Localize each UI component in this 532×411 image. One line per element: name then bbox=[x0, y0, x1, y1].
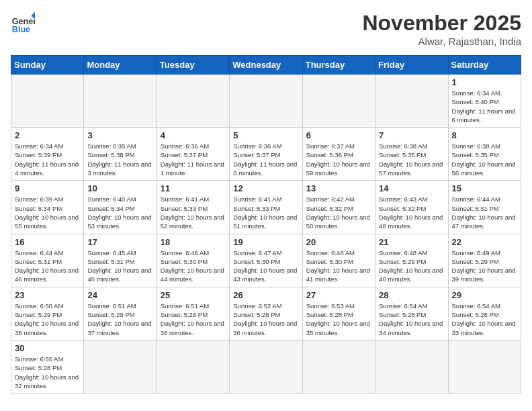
day-info: Sunrise: 6:45 AMSunset: 5:31 PMDaylight:… bbox=[87, 248, 152, 284]
calendar-week-row: 16Sunrise: 6:44 AMSunset: 5:31 PMDayligh… bbox=[11, 234, 521, 287]
day-info: Sunrise: 6:48 AMSunset: 5:29 PMDaylight:… bbox=[379, 248, 444, 284]
calendar-cell: 9Sunrise: 6:39 AMSunset: 5:34 PMDaylight… bbox=[11, 181, 84, 234]
calendar-cell: 20Sunrise: 6:48 AMSunset: 5:30 PMDayligh… bbox=[302, 234, 375, 287]
col-header-thursday: Thursday bbox=[302, 56, 375, 75]
day-number: 5 bbox=[233, 130, 298, 140]
day-info: Sunrise: 6:47 AMSunset: 5:30 PMDaylight:… bbox=[233, 248, 298, 284]
calendar-cell: 2Sunrise: 6:34 AMSunset: 5:39 PMDaylight… bbox=[11, 128, 84, 181]
day-info: Sunrise: 6:39 AMSunset: 5:34 PMDaylight:… bbox=[15, 195, 80, 230]
calendar-cell: 25Sunrise: 6:51 AMSunset: 5:28 PMDayligh… bbox=[157, 287, 229, 340]
calendar-cell: 1Sunrise: 6:34 AMSunset: 5:40 PMDaylight… bbox=[448, 75, 521, 128]
day-number: 23 bbox=[15, 290, 80, 300]
calendar-cell bbox=[157, 75, 229, 128]
col-header-wednesday: Wednesday bbox=[230, 56, 302, 75]
day-number: 25 bbox=[161, 290, 226, 300]
day-number: 28 bbox=[379, 290, 444, 300]
calendar-cell bbox=[230, 75, 302, 128]
day-number: 9 bbox=[15, 183, 80, 193]
calendar-week-row: 2Sunrise: 6:34 AMSunset: 5:39 PMDaylight… bbox=[11, 128, 521, 181]
calendar-cell bbox=[157, 340, 229, 393]
day-info: Sunrise: 6:44 AMSunset: 5:31 PMDaylight:… bbox=[452, 195, 517, 230]
day-number: 14 bbox=[379, 183, 444, 193]
calendar-cell: 26Sunrise: 6:52 AMSunset: 5:28 PMDayligh… bbox=[230, 287, 302, 340]
day-number: 2 bbox=[15, 130, 80, 140]
day-info: Sunrise: 6:34 AMSunset: 5:40 PMDaylight:… bbox=[452, 89, 517, 124]
col-header-saturday: Saturday bbox=[448, 56, 521, 75]
day-number: 10 bbox=[87, 183, 152, 193]
calendar-week-row: 23Sunrise: 6:50 AMSunset: 5:29 PMDayligh… bbox=[11, 287, 521, 340]
calendar-cell bbox=[84, 340, 157, 393]
day-number: 22 bbox=[452, 237, 517, 247]
day-info: Sunrise: 6:41 AMSunset: 5:33 PMDaylight:… bbox=[233, 195, 298, 230]
logo-icon: General Blue bbox=[11, 11, 35, 35]
col-header-friday: Friday bbox=[375, 56, 448, 75]
calendar-cell bbox=[84, 75, 157, 128]
day-info: Sunrise: 6:51 AMSunset: 5:29 PMDaylight:… bbox=[87, 302, 152, 337]
day-number: 3 bbox=[87, 130, 152, 140]
day-number: 6 bbox=[306, 130, 371, 140]
calendar-cell: 27Sunrise: 6:53 AMSunset: 5:28 PMDayligh… bbox=[302, 287, 375, 340]
calendar-cell: 4Sunrise: 6:36 AMSunset: 5:37 PMDaylight… bbox=[157, 128, 229, 181]
day-info: Sunrise: 6:51 AMSunset: 5:28 PMDaylight:… bbox=[161, 302, 226, 337]
day-info: Sunrise: 6:44 AMSunset: 5:31 PMDaylight:… bbox=[15, 248, 80, 284]
day-info: Sunrise: 6:54 AMSunset: 5:28 PMDaylight:… bbox=[379, 302, 444, 337]
day-info: Sunrise: 6:49 AMSunset: 5:29 PMDaylight:… bbox=[452, 248, 517, 284]
calendar-cell bbox=[448, 340, 521, 393]
day-number: 24 bbox=[87, 290, 152, 300]
calendar-cell bbox=[375, 75, 448, 128]
calendar-cell: 16Sunrise: 6:44 AMSunset: 5:31 PMDayligh… bbox=[11, 234, 84, 287]
calendar-table: SundayMondayTuesdayWednesdayThursdayFrid… bbox=[11, 55, 521, 394]
calendar-header-row: SundayMondayTuesdayWednesdayThursdayFrid… bbox=[11, 56, 521, 75]
calendar-cell bbox=[302, 340, 375, 393]
day-number: 29 bbox=[452, 290, 517, 300]
calendar-cell: 23Sunrise: 6:50 AMSunset: 5:29 PMDayligh… bbox=[11, 287, 84, 340]
day-info: Sunrise: 6:36 AMSunset: 5:37 PMDaylight:… bbox=[161, 142, 226, 177]
day-number: 21 bbox=[379, 237, 444, 247]
day-number: 7 bbox=[379, 130, 444, 140]
day-number: 8 bbox=[452, 130, 517, 140]
calendar-cell: 3Sunrise: 6:35 AMSunset: 5:38 PMDaylight… bbox=[84, 128, 157, 181]
day-number: 30 bbox=[15, 343, 80, 353]
calendar-week-row: 30Sunrise: 6:55 AMSunset: 5:28 PMDayligh… bbox=[11, 340, 521, 393]
location: Alwar, Rajasthan, India bbox=[362, 36, 521, 47]
page-header: General Blue November 2025 Alwar, Rajast… bbox=[11, 11, 521, 47]
calendar-cell: 22Sunrise: 6:49 AMSunset: 5:29 PMDayligh… bbox=[448, 234, 521, 287]
col-header-sunday: Sunday bbox=[11, 56, 84, 75]
day-info: Sunrise: 6:37 AMSunset: 5:36 PMDaylight:… bbox=[306, 142, 371, 177]
calendar-week-row: 9Sunrise: 6:39 AMSunset: 5:34 PMDaylight… bbox=[11, 181, 521, 234]
calendar-cell: 19Sunrise: 6:47 AMSunset: 5:30 PMDayligh… bbox=[230, 234, 302, 287]
day-number: 15 bbox=[452, 183, 517, 193]
day-info: Sunrise: 6:34 AMSunset: 5:39 PMDaylight:… bbox=[15, 142, 80, 177]
day-info: Sunrise: 6:38 AMSunset: 5:35 PMDaylight:… bbox=[452, 142, 517, 177]
calendar-cell: 30Sunrise: 6:55 AMSunset: 5:28 PMDayligh… bbox=[11, 340, 84, 393]
day-info: Sunrise: 6:46 AMSunset: 5:30 PMDaylight:… bbox=[161, 248, 226, 284]
col-header-tuesday: Tuesday bbox=[157, 56, 229, 75]
day-info: Sunrise: 6:50 AMSunset: 5:29 PMDaylight:… bbox=[15, 302, 80, 337]
day-number: 27 bbox=[306, 290, 371, 300]
calendar-cell: 21Sunrise: 6:48 AMSunset: 5:29 PMDayligh… bbox=[375, 234, 448, 287]
calendar-cell: 17Sunrise: 6:45 AMSunset: 5:31 PMDayligh… bbox=[84, 234, 157, 287]
calendar-cell bbox=[302, 75, 375, 128]
calendar-cell: 12Sunrise: 6:41 AMSunset: 5:33 PMDayligh… bbox=[230, 181, 302, 234]
day-number: 17 bbox=[87, 237, 152, 247]
day-info: Sunrise: 6:53 AMSunset: 5:28 PMDaylight:… bbox=[306, 302, 371, 337]
day-info: Sunrise: 6:43 AMSunset: 5:32 PMDaylight:… bbox=[379, 195, 444, 230]
day-number: 19 bbox=[233, 237, 298, 247]
calendar-cell: 10Sunrise: 6:40 AMSunset: 5:34 PMDayligh… bbox=[84, 181, 157, 234]
logo: General Blue bbox=[11, 11, 35, 35]
day-info: Sunrise: 6:54 AMSunset: 5:28 PMDaylight:… bbox=[452, 302, 517, 337]
calendar-cell: 24Sunrise: 6:51 AMSunset: 5:29 PMDayligh… bbox=[84, 287, 157, 340]
title-block: November 2025 Alwar, Rajasthan, India bbox=[362, 11, 521, 47]
calendar-cell: 6Sunrise: 6:37 AMSunset: 5:36 PMDaylight… bbox=[302, 128, 375, 181]
day-number: 16 bbox=[15, 237, 80, 247]
calendar-cell bbox=[11, 75, 84, 128]
day-info: Sunrise: 6:40 AMSunset: 5:34 PMDaylight:… bbox=[87, 195, 152, 230]
day-number: 26 bbox=[233, 290, 298, 300]
day-info: Sunrise: 6:42 AMSunset: 5:32 PMDaylight:… bbox=[306, 195, 371, 230]
day-number: 18 bbox=[161, 237, 226, 247]
calendar-cell bbox=[230, 340, 302, 393]
calendar-cell: 7Sunrise: 6:38 AMSunset: 5:35 PMDaylight… bbox=[375, 128, 448, 181]
calendar-cell: 29Sunrise: 6:54 AMSunset: 5:28 PMDayligh… bbox=[448, 287, 521, 340]
calendar-cell: 13Sunrise: 6:42 AMSunset: 5:32 PMDayligh… bbox=[302, 181, 375, 234]
calendar-cell: 15Sunrise: 6:44 AMSunset: 5:31 PMDayligh… bbox=[448, 181, 521, 234]
